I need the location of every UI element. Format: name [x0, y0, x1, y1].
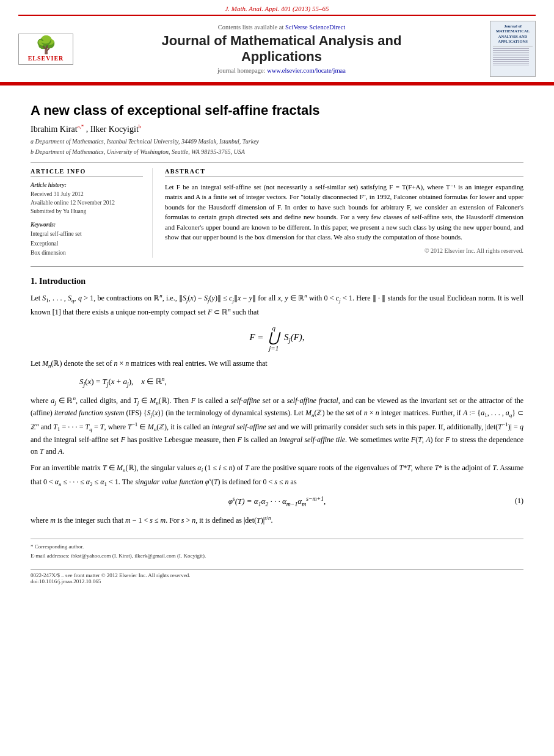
paper-title: A new class of exceptional self-affine f… [31, 103, 523, 118]
authors-line: Ibrahim Kirata,* , Ilker Kocyigitb [31, 123, 523, 134]
intro-para3: where aj ∈ ℝn, called digits, and Tj ∈ M… [31, 394, 523, 458]
divider [31, 162, 523, 163]
footnote-star: * Corresponding author. [31, 543, 523, 551]
elsevier-tree-icon: 🌳 [21, 37, 70, 54]
journal-title: Journal of Mathematical Analysis and App… [86, 33, 478, 65]
keyword-2: Exceptional [31, 239, 143, 249]
journal-header: 🌳 ELSEVIER Contents lists available at S… [0, 16, 554, 84]
author1-sup: a,* [78, 123, 84, 129]
article-info-col: Article Info Article history: Received 3… [31, 168, 153, 258]
author-sep: , Ilker Kocyigit [86, 125, 139, 134]
affiliations: a Department of Mathematics, Istanbul Te… [31, 137, 523, 156]
citation-bar: J. Math. Anal. Appl. 401 (2013) 55–65 [0, 0, 554, 15]
journal-cover-thumbnail: Journal ofMATHEMATICALANALYSIS ANDAPPLIC… [490, 21, 536, 77]
main-content: A new class of exceptional self-affine f… [0, 85, 554, 597]
keywords-label: Keywords: [31, 222, 143, 228]
abstract-heading: Abstract [165, 168, 523, 177]
received-date: Received 31 July 2012 [31, 190, 143, 198]
affiliation-a: a Department of Mathematics, Istanbul Te… [31, 137, 523, 146]
intro-para5: where m is the integer such that m − 1 <… [31, 514, 523, 526]
abstract-text: Let F be an integral self-affine set (no… [165, 182, 523, 242]
homepage-link[interactable]: www.elsevier.com/locate/jmaa [267, 67, 346, 74]
journal-title-block: Contents lists available at SciVerse Sci… [86, 24, 478, 75]
keywords-section: Keywords: Integral self-affine set Excep… [31, 222, 143, 258]
footnote-email: E-mail addresses: ibkst@yahoo.com (I. Ki… [31, 552, 523, 560]
footer: 0022-247X/$ – see front matter © 2012 El… [31, 569, 523, 584]
formula-sj: Sj(x) = Tj(x + aj), x ∈ ℝn, [31, 376, 523, 388]
copyright: © 2012 Elsevier Inc. All rights reserved… [165, 247, 523, 254]
keyword-1: Integral self-affine set [31, 230, 143, 239]
affiliation-b: b Department of Mathematics, University … [31, 147, 523, 156]
keyword-3: Box dimension [31, 249, 143, 258]
contents-label: Contents lists available at [218, 24, 284, 31]
intro-para1: Let S1, . . . , Sq, q > 1, be contractio… [31, 291, 523, 318]
formula-union: F = q ⋃ j=1 Sj(F), [31, 324, 523, 352]
intro-para2: Let Mn(ℝ) denote the set of n × n matric… [31, 358, 523, 371]
section1-heading: 1. Introduction [31, 277, 523, 286]
cover-title-text: Journal ofMATHEMATICALANALYSIS ANDAPPLIC… [493, 24, 533, 46]
available-date: Available online 12 November 2012 [31, 198, 143, 207]
info-abstract-cols: Article Info Article history: Received 3… [31, 168, 523, 258]
journal-homepage-line: journal homepage: www.elsevier.com/locat… [86, 67, 478, 74]
author1-name: Ibrahim Kirat [31, 125, 78, 134]
elsevier-brand: ELSEVIER [21, 55, 70, 62]
formula-phi: φs(T) = α1α2 · · · αm−1αms−m+1, (1) [31, 495, 523, 507]
footnotes: * Corresponding author. E-mail addresses… [31, 539, 523, 559]
intro-para4: For an invertible matrix T ∈ Mn(ℝ), the … [31, 462, 523, 489]
author2-sup: b [139, 123, 142, 129]
footer-issn: 0022-247X/$ – see front matter © 2012 El… [31, 572, 523, 578]
section-divider [31, 266, 523, 267]
article-info-heading: Article Info [31, 168, 143, 177]
citation-text: J. Math. Anal. Appl. 401 (2013) 55–65 [225, 5, 329, 12]
elsevier-logo: 🌳 ELSEVIER [18, 34, 73, 65]
formula-number-1: (1) [493, 496, 523, 506]
abstract-col: Abstract Let F be an integral self-affin… [165, 168, 523, 258]
contents-available-line: Contents lists available at SciVerse Sci… [86, 24, 478, 31]
sciverse-link[interactable]: SciVerse ScienceDirect [285, 24, 345, 31]
history-label: Article history: [31, 182, 143, 188]
formula-phi-content: φs(T) = α1α2 · · · αm−1αms−m+1, [61, 495, 493, 507]
submitted-by: Submitted by Yu Huang [31, 207, 143, 216]
footer-doi: doi:10.1016/j.jmaa.2012.10.065 [31, 578, 523, 584]
